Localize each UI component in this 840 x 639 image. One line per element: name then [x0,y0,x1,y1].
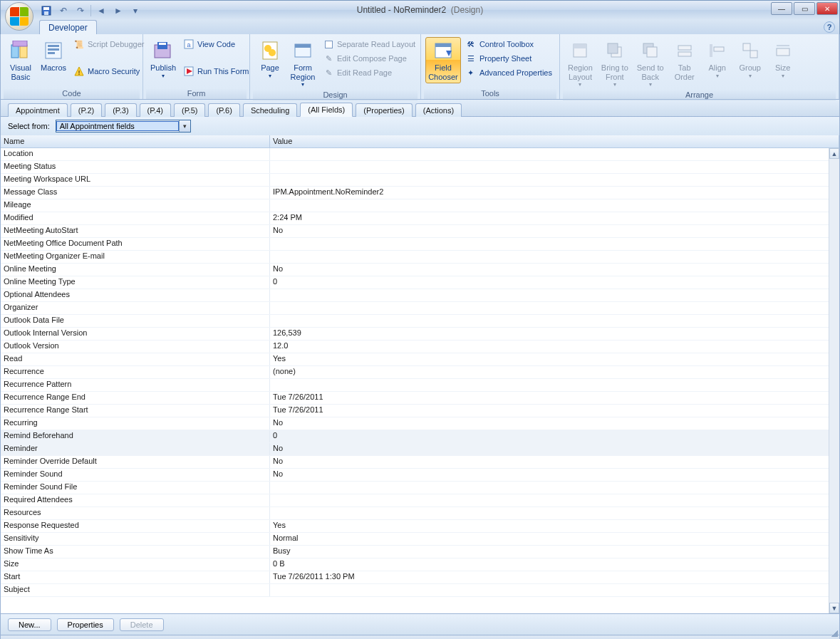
maximize-button[interactable]: ▭ [794,2,815,15]
edit-compose-page-button[interactable]: ✎ Edit Compose Page [320,51,418,66]
property-sheet-button[interactable]: ☰Property Sheet [462,51,555,66]
field-value[interactable]: 2:24 PM [270,212,829,224]
field-value[interactable]: Tue 7/26/2011 [270,405,829,417]
table-row[interactable]: Outlook Internal Version126,539 [1,328,829,341]
region-layout-button[interactable]: Region Layout ▾ [564,37,596,90]
script-debugger-button[interactable]: 📜 Script Debugger [71,37,147,51]
form-tab-p2[interactable]: (P.2) [71,103,102,117]
previous-icon[interactable]: ◄ [94,4,108,18]
ribbon-tab-developer[interactable]: Developer [39,20,97,34]
field-value[interactable] [270,302,829,314]
table-row[interactable]: Online Meeting Type0 [1,276,829,289]
field-value[interactable] [270,584,829,596]
table-row[interactable]: Mileage [1,199,829,212]
table-row[interactable]: Recurrence Range StartTue 7/26/2011 [1,405,829,417]
next-icon[interactable]: ► [111,4,125,18]
field-value[interactable]: Tue 7/26/2011 [270,392,829,404]
resize-grip-icon[interactable] [829,628,838,637]
field-value[interactable]: Normal [270,533,829,545]
field-value[interactable]: No [270,225,829,237]
bring-to-front-button[interactable]: Bring to Front ▾ [598,37,632,90]
qat-customize-icon[interactable]: ▾ [128,4,142,18]
select-from-combo[interactable]: All Appointment fields ▾ [56,120,191,133]
field-value[interactable] [270,251,829,263]
table-row[interactable]: NetMeeting Office Document Path [1,238,829,251]
close-button[interactable]: ✕ [816,2,838,15]
advanced-properties-button[interactable]: ✦Advanced Properties [462,66,555,80]
table-row[interactable]: Size0 B [1,559,829,571]
column-header-value[interactable]: Value [270,135,839,147]
field-value[interactable] [270,289,829,301]
table-row[interactable]: Recurrence Pattern [1,379,829,392]
align-button[interactable]: Align ▾ [702,37,733,81]
chevron-down-icon[interactable]: ▾ [179,120,190,132]
table-row[interactable]: ReminderNo [1,443,829,456]
field-value[interactable] [270,148,829,160]
field-value[interactable]: No [270,456,829,468]
field-value[interactable] [270,482,829,494]
field-value[interactable] [270,379,829,391]
size-button[interactable]: Size ▾ [767,37,799,81]
field-value[interactable] [270,199,829,212]
table-row[interactable]: StartTue 7/26/2011 1:30 PM [1,571,829,584]
table-row[interactable]: Outlook Version12.0 [1,341,829,353]
form-tab-allfields[interactable]: (All Fields) [300,103,353,117]
minimize-button[interactable]: — [771,2,792,15]
form-tab-p3[interactable]: (P.3) [105,103,136,117]
table-row[interactable]: Meeting Workspace URL [1,174,829,187]
table-row[interactable]: Reminder Sound File [1,482,829,494]
run-this-form-button[interactable]: Run This Form [180,64,252,78]
field-value[interactable]: No [270,443,829,455]
form-tab-p6[interactable]: (P.6) [208,103,239,117]
table-row[interactable]: Remind Beforehand0 [1,430,829,443]
group-button[interactable]: Group ▾ [735,37,766,81]
macro-security-button[interactable]: ! Macro Security [71,64,147,78]
table-row[interactable]: Subject [1,584,829,597]
field-value[interactable] [270,238,829,250]
field-value[interactable] [270,315,829,327]
table-row[interactable]: RecurringNo [1,417,829,430]
field-value[interactable] [270,494,829,506]
scroll-up-icon[interactable]: ▲ [829,148,839,159]
publish-button[interactable]: Publish ▾ [147,37,179,81]
field-value[interactable]: IPM.Appointment.NoReminder2 [270,187,829,199]
properties-button[interactable]: Properties [57,618,114,631]
field-value[interactable]: Tue 7/26/2011 1:30 PM [270,571,829,583]
table-row[interactable]: Required Attendees [1,494,829,507]
form-tab-actions[interactable]: (Actions) [415,103,462,117]
table-row[interactable]: Location [1,148,829,161]
tab-order-button[interactable]: Tab Order [669,37,700,83]
table-row[interactable]: Outlook Data File [1,315,829,328]
field-value[interactable]: 0 B [270,559,829,571]
column-header-name[interactable]: Name [1,135,270,147]
table-row[interactable]: Recurrence Range EndTue 7/26/2011 [1,392,829,405]
table-row[interactable]: Message ClassIPM.Appointment.NoReminder2 [1,187,829,199]
separate-read-layout-button[interactable]: Separate Read Layout [320,37,418,51]
table-row[interactable]: Reminder Override DefaultNo [1,456,829,469]
table-row[interactable]: NetMeeting AutoStartNo [1,225,829,238]
view-code-button[interactable]: a View Code [180,37,252,51]
macros-button[interactable]: Macros [38,37,69,75]
scroll-down-icon[interactable]: ▼ [829,603,839,613]
field-value[interactable]: No [270,417,829,430]
field-value[interactable] [270,161,829,173]
table-row[interactable]: Organizer [1,302,829,315]
table-row[interactable]: Recurrence(none) [1,366,829,379]
table-row[interactable]: Online MeetingNo [1,264,829,276]
table-row[interactable]: Meeting Status [1,161,829,174]
form-tab-p4[interactable]: (P.4) [140,103,171,117]
table-row[interactable]: Resources [1,507,829,520]
field-value[interactable] [270,174,829,186]
field-value[interactable]: No [270,469,829,481]
field-value[interactable]: 12.0 [270,341,829,353]
office-button[interactable] [5,2,33,31]
table-row[interactable]: Show Time AsBusy [1,546,829,559]
field-value[interactable]: Yes [270,353,829,365]
field-value[interactable]: 126,539 [270,328,829,340]
visual-basic-button[interactable]: Visual Basic [5,37,36,83]
field-value[interactable] [270,507,829,519]
form-tab-scheduling[interactable]: Scheduling [243,103,297,117]
edit-read-page-button[interactable]: ✎ Edit Read Page [320,66,418,80]
table-row[interactable]: SensitivityNormal [1,533,829,546]
table-row[interactable]: Reminder SoundNo [1,469,829,482]
